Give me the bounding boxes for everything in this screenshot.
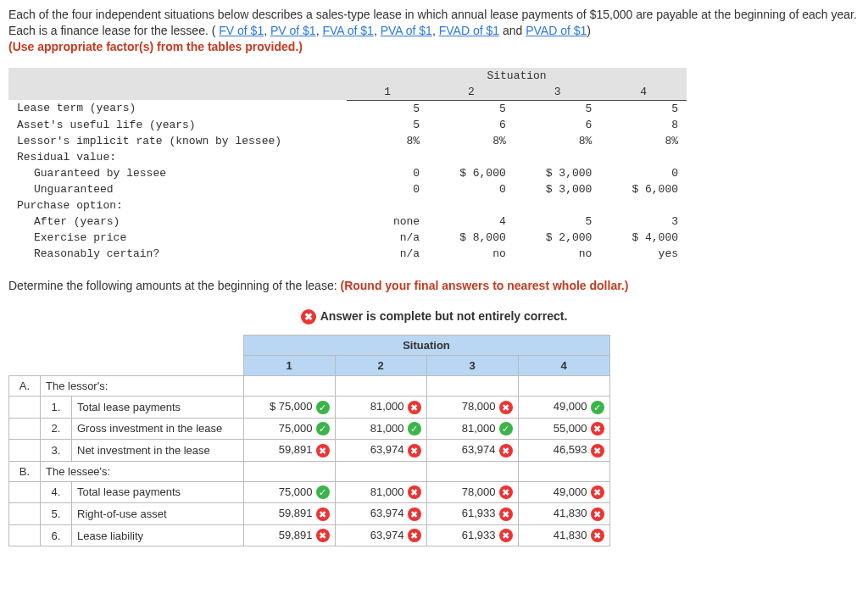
x-icon: ✖ [408,444,421,458]
answer-cell: 59,891✖ [243,440,335,462]
situation-cell: 8% [600,133,687,149]
check-icon: ✓ [316,401,330,414]
situation-cell [600,149,687,165]
situation-row-label: Asset's useful life (years) [8,117,347,133]
situation-cell: $ 6,000 [428,165,515,181]
situation-cell: no [515,246,601,262]
answer-cell: 59,891✖ [243,503,335,525]
x-icon: ✖ [591,444,604,458]
situation-cell [347,197,428,214]
answer-table: Situation 1 2 3 4 A.The lessor's:1.Total… [8,335,610,546]
answer-cell: 78,000✖ [426,481,518,503]
link-pva[interactable]: PVA of $1 [381,24,432,37]
answer-cell: 81,000✖ [335,481,426,503]
answer-cell: 81,000✖ [335,396,426,418]
situation-cell: 5 [428,100,515,117]
x-icon: ✖ [591,422,604,435]
situation-cell: 5 [600,100,687,117]
situation-row-label: Lease term (years) [8,100,347,117]
x-icon: ✖ [408,485,421,499]
situation-cell: 8% [428,133,515,149]
situation-cell: 5 [515,214,601,230]
answer-cell: 49,000✖ [518,481,609,503]
situation-cell: $ 6,000 [600,181,687,197]
situation-row-label: Residual value: [8,149,347,165]
row-label: Net investment in the lease [72,440,244,462]
situation-row-label: After (years) [8,214,347,230]
answer-cell: 63,974✖ [335,524,426,546]
situation-header: Situation [347,68,687,84]
situation-cell: no [428,246,515,262]
situation-cell: 5 [347,100,428,117]
link-fvad[interactable]: FVAD of $1 [439,24,499,37]
check-icon: ✓ [316,422,330,435]
section-title: The lessee's: [41,461,244,481]
answer-cell: 46,593✖ [518,440,609,462]
row-label: Total lease payments [72,481,244,503]
row-label: Gross investment in the lease [72,418,244,440]
situation-cell [515,149,601,165]
answer-cell: 59,891✖ [243,524,335,546]
situation-cell [428,197,515,214]
situation-cell [600,197,687,214]
answer-cell: 81,000✓ [426,418,518,440]
situation-cell: $ 8,000 [428,230,515,246]
answer-cell: 81,000✓ [335,418,426,440]
situation-row-label: Unguaranteed [8,181,347,197]
answer-cell: 75,000✓ [243,418,335,440]
x-icon: ✖ [316,444,330,458]
intro-text-a: Each of the four independent situations … [8,8,857,37]
situation-cell: 8% [515,133,601,149]
answer-cell: $ 75,000✓ [243,396,335,418]
answer-cell: 41,830✖ [518,503,609,525]
answer-cell: 63,974✖ [335,440,426,462]
link-fva[interactable]: FVA of $1 [322,24,373,37]
situation-row-label: Lessor's implicit rate (known by lessee) [8,133,347,149]
section-letter: B. [9,461,41,481]
situation-cell: 4 [428,214,515,230]
x-icon: ✖ [499,507,513,521]
row-num: 3. [41,440,72,462]
x-icon: ✖ [591,485,604,499]
row-num: 2. [41,418,72,440]
x-icon: ✖ [316,529,330,542]
situation-cell [515,197,601,214]
situation-cell [428,149,515,165]
row-label: Total lease payments [72,396,244,418]
situation-row-label: Reasonably certain? [8,246,347,262]
answer-cell: 61,933✖ [426,524,518,546]
situation-cell: 0 [347,165,428,181]
answer-header: Situation [243,335,609,355]
x-icon: ✖ [499,444,513,458]
answer-cell: 78,000✖ [426,396,518,418]
situation-cell: yes [600,246,687,262]
x-icon: ✖ [591,529,604,542]
x-icon: ✖ [408,507,421,521]
situation-row-label: Guaranteed by lessee [8,165,347,181]
answer-cell: 75,000✓ [243,481,335,503]
x-icon: ✖ [408,401,421,414]
x-icon: ✖ [408,529,421,542]
link-fv[interactable]: FV of $1 [219,24,264,37]
x-icon: ✖ [591,507,604,521]
check-icon: ✓ [316,485,330,499]
link-pv[interactable]: PV of $1 [270,24,316,37]
situation-cell: 3 [600,214,687,230]
situation-table: Situation 1 2 3 4 Lease term (years)5555… [8,68,687,262]
row-num: 6. [41,524,72,546]
situation-row-label: Purchase option: [8,197,347,214]
check-icon: ✓ [408,422,421,435]
link-pvad[interactable]: PVAD of $1 [526,24,587,37]
answer-cell: 61,933✖ [426,503,518,525]
answer-banner: ✖Answer is complete but not entirely cor… [8,309,860,324]
situation-cell: 6 [428,117,515,133]
x-icon: ✖ [316,507,330,521]
x-icon: ✖ [301,309,316,324]
situation-cell: none [347,214,428,230]
section-title: The lessor's: [41,375,244,396]
row-num: 5. [41,503,72,525]
check-icon: ✓ [591,401,604,414]
intro-red: (Use appropriate factor(s) from the tabl… [8,40,303,53]
row-num: 1. [41,396,72,418]
situation-cell: 8 [600,117,687,133]
